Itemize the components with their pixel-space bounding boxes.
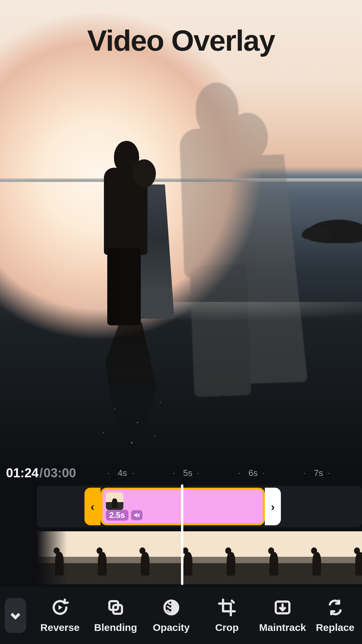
chevron-down-icon [9,609,22,622]
chevron-right-icon: › [271,500,275,513]
main-lane[interactable] [37,531,362,584]
replace-button[interactable]: Replace [312,598,359,633]
mute-icon [131,510,142,520]
video-frame-thumb [337,531,362,584]
video-frame-thumb [80,531,123,584]
time-total: 03:00 [44,466,76,480]
ruler-tick: 4s [107,468,137,478]
clip-duration-badge: 2.5s [106,510,128,521]
overlay-track[interactable]: ‹ 2.5s › [37,486,362,527]
crop-icon [217,598,237,617]
ruler-tick: 6s [238,468,268,478]
edit-toolbar: Reverse Blending Opacity Crop [0,587,362,644]
clip-trim-handle-left[interactable]: ‹ [84,488,101,525]
video-frame-thumb [208,531,251,584]
time-ruler[interactable]: 01:24/03:00 4s 5s 6s 7s [0,463,362,483]
blending-button[interactable]: Blending [89,598,142,633]
reverse-icon [50,598,70,617]
video-frame-thumb [294,531,337,584]
video-frame-thumb [37,531,80,584]
blending-icon [106,598,125,617]
playhead[interactable] [181,484,183,585]
editor-panel: 01:24/03:00 4s 5s 6s 7s ‹ 2.5s [0,463,362,644]
opacity-icon [162,598,181,617]
tool-label: Opacity [153,622,190,633]
clip-trim-handle-right[interactable]: › [265,488,281,525]
main-subject [104,141,171,329]
tool-label: Blending [94,622,137,633]
ruler-ticks: 4s 5s 6s 7s [80,463,362,483]
video-frame-thumb [251,531,294,584]
time-display: 01:24/03:00 [0,466,76,480]
feature-title: Video Overlay [0,23,362,58]
collapse-toolbar-button[interactable] [5,598,26,633]
tool-label: Replace [316,622,354,633]
replace-icon [325,598,345,617]
maintrack-button[interactable]: Maintrack [256,598,309,633]
overlay-ghost-subject [178,75,362,463]
main-video-track[interactable] [37,531,362,584]
video-frame-thumb [166,531,208,584]
tool-label: Maintrack [259,622,306,633]
opacity-button[interactable]: Opacity [145,598,198,633]
ruler-tick: 7s [303,468,334,478]
video-frame-thumb [123,531,166,584]
tool-label: Crop [215,622,239,633]
tool-label: Reverse [41,622,80,633]
clip-thumbnail [106,492,123,510]
maintrack-icon [273,598,292,617]
video-preview[interactable]: Video Overlay [0,0,362,463]
sparkles-decoration [80,396,194,463]
time-current: 01:24 [6,466,39,480]
crop-button[interactable]: Crop [200,598,253,633]
ruler-tick: 5s [173,468,203,478]
chevron-left-icon: ‹ [90,500,94,513]
time-separator: / [39,466,44,480]
reverse-button[interactable]: Reverse [34,598,86,633]
